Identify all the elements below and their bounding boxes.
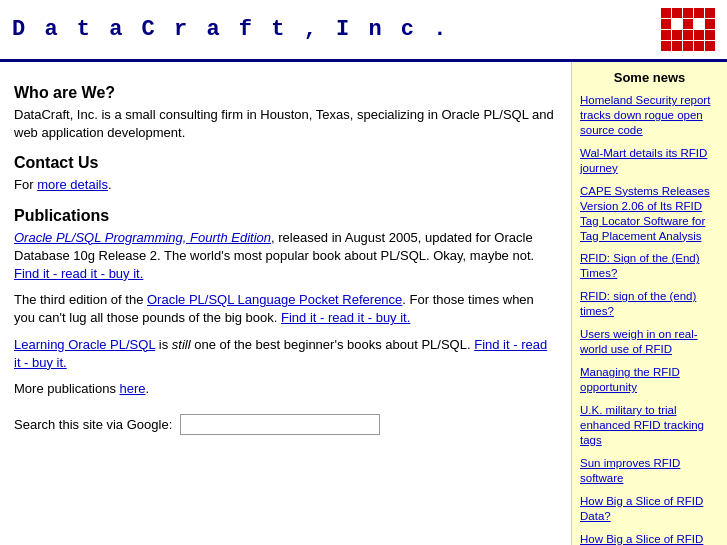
pub2-pre: The third edition of the — [14, 292, 147, 307]
sidebar-link[interactable]: Homeland Security report tracks down rog… — [580, 93, 719, 138]
logo — [661, 8, 715, 51]
page-layout: Who are We? DataCraft, Inc. is a small c… — [0, 62, 727, 545]
logo-cell — [661, 19, 671, 29]
logo-cell — [672, 41, 682, 51]
logo-cell — [672, 30, 682, 40]
logo-cell — [672, 19, 682, 29]
sidebar-link[interactable]: Users weigh in on real-world use of RFID — [580, 327, 719, 357]
sidebar: Some news Homeland Security report track… — [572, 62, 727, 545]
page-header: D a t a C r a f t , I n c . — [0, 0, 727, 62]
logo-cell — [683, 19, 693, 29]
sidebar-link[interactable]: Managing the RFID opportunity — [580, 365, 719, 395]
logo-cell — [705, 41, 715, 51]
logo-cell — [705, 30, 715, 40]
pub1-paragraph: Oracle PL/SQL Programming, Fourth Editio… — [14, 229, 557, 284]
pub3-text2: one of the best beginner's books about P… — [191, 337, 471, 352]
logo-cell — [683, 41, 693, 51]
search-label: Search this site via Google: — [14, 417, 172, 432]
sidebar-links: Homeland Security report tracks down rog… — [580, 93, 719, 545]
pub3-italic: still — [172, 337, 191, 352]
pub3-link[interactable]: Learning Oracle PL/SQL — [14, 337, 155, 352]
more-pub-link[interactable]: here — [120, 381, 146, 396]
search-input[interactable] — [180, 414, 380, 435]
search-row: Search this site via Google: — [14, 414, 557, 435]
logo-cell — [672, 8, 682, 18]
logo-cell — [661, 41, 671, 51]
logo-cell — [683, 30, 693, 40]
logo-cell — [705, 19, 715, 29]
logo-cell — [694, 19, 704, 29]
main-content: Who are We? DataCraft, Inc. is a small c… — [0, 62, 572, 545]
who-title: Who are We? — [14, 84, 557, 102]
sidebar-link[interactable]: Wal-Mart details its RFID journey — [580, 146, 719, 176]
logo-cell — [683, 8, 693, 18]
more-publications: More publications here. — [14, 380, 557, 398]
sidebar-link[interactable]: RFID: Sign of the (End) Times? — [580, 251, 719, 281]
logo-cell — [661, 30, 671, 40]
pub1-link[interactable]: Oracle PL/SQL Programming, Fourth Editio… — [14, 230, 271, 245]
contact-title: Contact Us — [14, 154, 557, 172]
sidebar-link[interactable]: RFID: sign of the (end) times? — [580, 289, 719, 319]
sidebar-link[interactable]: U.K. military to trial enhanced RFID tra… — [580, 403, 719, 448]
contact-link[interactable]: more details — [37, 177, 108, 192]
sidebar-link[interactable]: How Big a Slice of RFID Data? — [580, 532, 719, 546]
pub3-paragraph: Learning Oracle PL/SQL is still one of t… — [14, 336, 557, 372]
contact-pre: For — [14, 177, 37, 192]
pub1-find-link[interactable]: Find it - read it - buy it. — [14, 266, 143, 281]
sidebar-link[interactable]: CAPE Systems Releases Version 2.06 of It… — [580, 184, 719, 244]
logo-cell — [694, 30, 704, 40]
sidebar-link[interactable]: How Big a Slice of RFID Data? — [580, 494, 719, 524]
pub2-link[interactable]: Oracle PL/SQL Language Pocket Reference — [147, 292, 402, 307]
logo-cell — [694, 8, 704, 18]
sidebar-title: Some news — [580, 70, 719, 85]
pub2-find-link[interactable]: Find it - read it - buy it. — [281, 310, 410, 325]
who-text: DataCraft, Inc. is a small consulting fi… — [14, 106, 557, 142]
pub3-text1: is — [155, 337, 172, 352]
logo-cell — [694, 41, 704, 51]
publications-title: Publications — [14, 207, 557, 225]
logo-cell — [661, 8, 671, 18]
contact-text: For more details. — [14, 176, 557, 194]
site-title: D a t a C r a f t , I n c . — [12, 17, 449, 42]
logo-cell — [705, 8, 715, 18]
pub2-paragraph: The third edition of the Oracle PL/SQL L… — [14, 291, 557, 327]
sidebar-link[interactable]: Sun improves RFID software — [580, 456, 719, 486]
